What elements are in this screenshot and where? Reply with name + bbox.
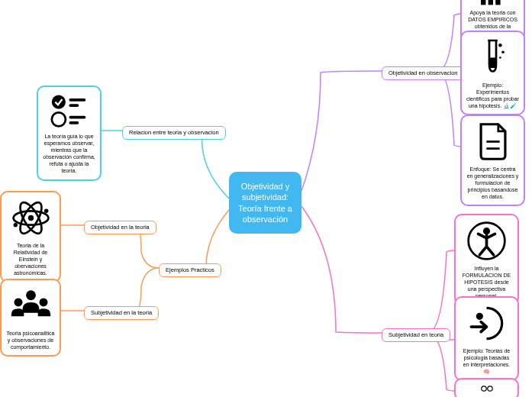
svg-point-3 <box>52 112 66 126</box>
obj-obs-label-text: Objetividad en observacion <box>389 69 457 77</box>
person-icon <box>466 220 508 262</box>
svg-point-12 <box>26 290 36 300</box>
svg-point-20 <box>501 51 505 54</box>
svg-rect-18 <box>489 58 496 69</box>
svg-point-9 <box>27 215 33 221</box>
relacion-label[interactable]: Relacion entre teoria y observacion <box>122 126 226 140</box>
obj-obs-card2-text: Ejemplo: Experimentos cientificos para p… <box>466 82 519 109</box>
subj-teoria-label-text: Subjetividad en la teoria <box>91 309 152 317</box>
ejemplos-label[interactable]: Ejemplos Practicos <box>159 263 221 277</box>
svg-point-25 <box>483 228 490 234</box>
subj-teo-card1-text: Influyen la FORMULACION DE HIPOTESIS des… <box>460 265 513 299</box>
data-icon <box>478 0 508 6</box>
svg-point-10 <box>44 209 48 214</box>
subj-teoria-card[interactable]: Teoria psicoanalitica y observaciones de… <box>0 279 61 357</box>
subj-teoria-card-text: Teoria psicoanalitica y observaciones de… <box>6 330 55 350</box>
testtube-icon <box>476 37 510 79</box>
svg-rect-2 <box>69 104 79 107</box>
svg-rect-4 <box>69 116 86 119</box>
subj-teo-label[interactable]: Subjetividad en teoria <box>382 328 450 342</box>
svg-rect-16 <box>488 0 492 5</box>
group-icon <box>10 285 52 327</box>
atom-icon <box>10 197 52 239</box>
subj-teo-card1[interactable]: Influyen la FORMULACION DE HIPOTESIS des… <box>454 214 519 305</box>
relacion-card-text: La teoría guía lo que esperamos observar… <box>43 133 95 175</box>
enter-icon <box>466 302 508 344</box>
center-node[interactable]: Objetividad y subjetividad: Teoría frent… <box>229 172 301 234</box>
svg-point-11 <box>13 223 17 228</box>
svg-rect-5 <box>69 121 79 124</box>
svg-point-19 <box>498 44 502 47</box>
svg-point-26 <box>476 313 483 320</box>
relacion-card[interactable]: La teoría guía lo que esperamos observar… <box>37 86 102 181</box>
obj-teoria-label[interactable]: Objetividad en la teoria <box>84 221 156 234</box>
subj-teo-label-text: Subjetividad en teoria <box>389 331 443 339</box>
obj-teoria-card[interactable]: Teoria de la Relatividad de Einstein y o… <box>0 191 61 282</box>
subj-teo-card3[interactable] <box>454 378 519 397</box>
svg-rect-15 <box>481 0 485 5</box>
svg-point-21 <box>499 56 501 59</box>
svg-point-27 <box>481 386 485 391</box>
center-text: Objetividad y subjetividad: Teoría frent… <box>235 181 295 224</box>
obj-obs-card2[interactable]: Ejemplo: Experimentos cientificos para p… <box>460 31 525 115</box>
subj-teo-card2[interactable]: Ejemplo: Teorias de psicologia basadas e… <box>454 296 519 381</box>
svg-point-13 <box>14 298 22 306</box>
svg-point-0 <box>52 95 66 109</box>
obj-teoria-label-text: Objetividad en la teoria <box>91 224 150 231</box>
ejemplos-label-text: Ejemplos Practicos <box>166 266 214 274</box>
subj-teo-card2-text: Ejemplo: Teorias de psicologia basadas e… <box>460 347 513 375</box>
partial-icon <box>472 384 502 392</box>
svg-point-14 <box>39 298 47 306</box>
obj-teoria-card-text: Teoria de la Relatividad de Einstein y o… <box>6 242 55 276</box>
checklist-icon <box>48 92 90 130</box>
svg-rect-1 <box>69 98 86 102</box>
document-icon <box>474 121 512 163</box>
relacion-label-text: Relacion entre teoria y observacion <box>129 129 219 137</box>
obj-obs-label[interactable]: Objetividad en observacion <box>382 66 464 80</box>
obj-obs-card3[interactable]: Enfoque: Se centra en generalizaciones y… <box>460 115 525 206</box>
obj-obs-card3-text: Enfoque: Se centra en generalizaciones y… <box>466 166 519 200</box>
svg-rect-17 <box>495 0 500 5</box>
svg-point-28 <box>487 386 492 391</box>
subj-teoria-label[interactable]: Subjetividad en la teoria <box>84 306 159 320</box>
